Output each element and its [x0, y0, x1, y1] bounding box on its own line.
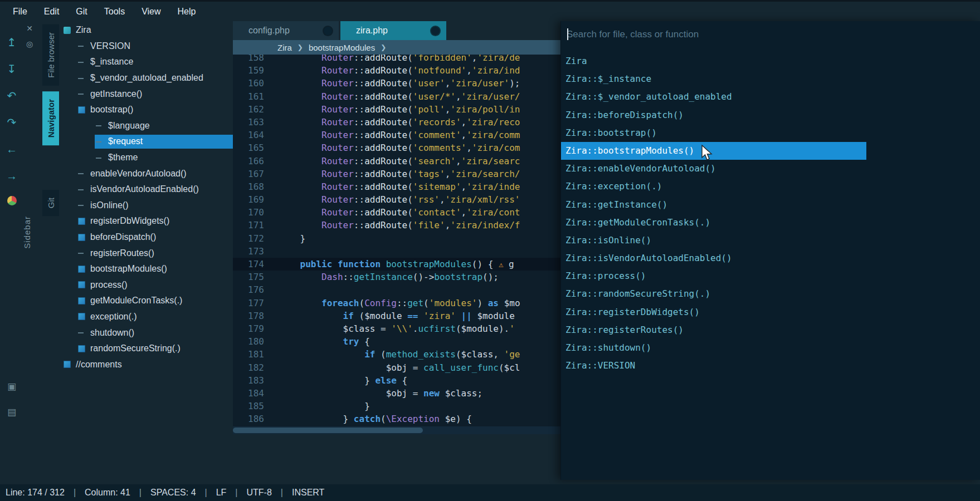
search-result-item[interactable]: Zira::exception(.): [561, 178, 866, 195]
code-line[interactable]: 174 public function bootstrapModules() {…: [233, 258, 560, 271]
menu-item-tools[interactable]: Tools: [96, 2, 133, 21]
navigate-forward-icon[interactable]: →: [5, 169, 18, 183]
menu-item-view[interactable]: View: [133, 2, 169, 21]
sidebar-tab-file-browser[interactable]: File browser: [42, 24, 59, 86]
search-result-item[interactable]: Zira::enableVendorAutoload(): [561, 160, 866, 178]
close-tab-icon[interactable]: [324, 27, 332, 35]
code-line[interactable]: 173: [233, 245, 560, 258]
sidebar-tab-navigator[interactable]: Navigator: [42, 91, 59, 145]
sidebar-tab-git[interactable]: Git: [42, 190, 59, 216]
search-result-item[interactable]: Zira::isVendorAutoloadEnabled(): [561, 249, 866, 267]
code-line[interactable]: 169 Router::addRoute('rss','zira/xml/rss…: [233, 193, 560, 206]
code-line[interactable]: 181 if (method_exists($class, 'ge: [233, 348, 560, 361]
code-line[interactable]: 185 }: [233, 400, 560, 412]
search-result-item[interactable]: Zira::registerDbWidgets(): [561, 303, 866, 321]
tree-item-registerroutes[interactable]: registerRoutes(): [60, 245, 233, 261]
code-line[interactable]: 158 Router::addRoute('forbidden','zira/d…: [233, 55, 560, 64]
search-result-item[interactable]: Zira::registerRoutes(): [561, 321, 866, 339]
editor-tab-zira-php[interactable]: zira.php: [340, 21, 446, 40]
code-line[interactable]: 170 Router::addRoute('contact','zira/con…: [233, 206, 560, 219]
search-result-item[interactable]: Zira::getInstance(): [561, 196, 866, 214]
navigate-back-icon[interactable]: ←: [5, 143, 18, 156]
breadcrumb: Zira❯bootstrapModules❯: [233, 40, 560, 55]
code-line[interactable]: 164 Router::addRoute('comment','zira/com…: [233, 129, 560, 141]
tree-item-beforedispatch[interactable]: beforeDispatch(): [60, 229, 233, 245]
menu-item-help[interactable]: Help: [169, 2, 204, 21]
save-icon[interactable]: ↥: [5, 36, 18, 49]
color-chooser-icon[interactable]: [7, 196, 17, 205]
tree-item-bootstrapmodules[interactable]: bootstrapModules(): [60, 261, 233, 277]
code-line[interactable]: 159 Router::addRoute('notfound','zira/in…: [233, 64, 560, 77]
tree-item-language[interactable]: $language: [60, 118, 233, 134]
search-result-item[interactable]: Zira::VERSION: [561, 357, 866, 375]
tree-item-vendor-autoload-enabled[interactable]: $_vendor_autoload_enabled: [60, 70, 233, 86]
search-result-item[interactable]: Zira::bootstrap(): [561, 124, 866, 142]
terminal-icon[interactable]: ▣: [5, 380, 18, 393]
menu-item-file[interactable]: File: [4, 2, 36, 21]
search-result-item[interactable]: Zira::randomSecureString(.): [561, 285, 866, 303]
code-line[interactable]: 178 if ($module == 'zira' || $module: [233, 310, 560, 322]
code-line[interactable]: 162 Router::addRoute('poll','zira/poll/i…: [233, 103, 560, 116]
code-line[interactable]: 175 Dash::getInstance()->bootstrap();: [233, 271, 560, 283]
tree-item-shutdown[interactable]: shutdown(): [60, 325, 233, 341]
tree-item-theme[interactable]: $theme: [60, 150, 233, 166]
editor-tab-config-php[interactable]: config.php: [233, 21, 339, 40]
search-input[interactable]: [567, 29, 958, 40]
search-result-item[interactable]: Zira::beforeDispatch(): [561, 106, 866, 124]
code-line[interactable]: 182 $obj = call_user_func($cl: [233, 361, 560, 374]
status-item-4: UTF-8: [247, 488, 272, 498]
code-line[interactable]: 163 Router::addRoute('records','zira/rec…: [233, 116, 560, 129]
code-line[interactable]: 165 Router::addRoute('comments','zira/co…: [233, 141, 560, 154]
tree-item-isvendorautoloadenabled[interactable]: isVendorAutoloadEnabled(): [60, 181, 233, 198]
tree-item-registerdbwidgets[interactable]: registerDbWidgets(): [60, 213, 233, 229]
search-result-item[interactable]: Zira::$_instance: [561, 70, 866, 88]
code-line[interactable]: 168 Router::addRoute('sitemap','zira/ind…: [233, 180, 560, 193]
code-line[interactable]: 172 }: [233, 232, 560, 245]
close-sidebar-icon[interactable]: ✕: [25, 23, 35, 33]
undo-icon[interactable]: ↶: [5, 89, 18, 102]
tree-item-zira[interactable]: Zira: [60, 22, 233, 38]
code-line[interactable]: 171 Router::addRoute('file','zira/index/…: [233, 219, 560, 232]
menu-item-edit[interactable]: Edit: [36, 2, 68, 21]
code-line[interactable]: 184 $obj = new $class;: [233, 387, 560, 400]
code-line[interactable]: 177 foreach(Config::get('modules') as $m…: [233, 297, 560, 310]
search-result-item[interactable]: Zira::process(): [561, 267, 866, 285]
search-result-item[interactable]: Zira::$_vendor_autoload_enabled: [561, 88, 866, 106]
horizontal-scrollbar[interactable]: [233, 426, 560, 434]
code-line[interactable]: 160 Router::addRoute('user','zira/user')…: [233, 77, 560, 90]
tree-item-comments[interactable]: //comments: [60, 356, 233, 372]
code-line[interactable]: 167 Router::addRoute('tags','zira/search…: [233, 168, 560, 180]
tree-item-randomsecurestring[interactable]: randomSecureString(.): [60, 341, 233, 357]
tree-item-exception[interactable]: exception(.): [60, 309, 233, 325]
tree-item-instance[interactable]: $_instance: [60, 54, 233, 70]
messages-icon[interactable]: ▤: [5, 405, 18, 419]
tree-item-isonline[interactable]: isOnline(): [60, 198, 233, 214]
code-line[interactable]: 186 } catch(\Exception $e) {: [233, 412, 560, 425]
tree-item-enablevendorautoload[interactable]: enableVendorAutoload(): [60, 165, 233, 181]
detach-sidebar-icon[interactable]: ◎: [25, 39, 35, 49]
redo-icon[interactable]: ↷: [5, 116, 18, 129]
tree-item-getinstance[interactable]: getInstance(): [60, 86, 233, 102]
tree-item-version[interactable]: VERSION: [60, 38, 233, 55]
code-line[interactable]: 166 Router::addRoute('search','zira/sear…: [233, 155, 560, 168]
symbol-icon: [78, 345, 85, 352]
search-result-item[interactable]: Zira::isOnline(): [561, 232, 866, 249]
code-line[interactable]: 179 $class = '\\'.ucfirst($module).': [233, 322, 560, 335]
search-result-item[interactable]: Zira::getModuleCronTasks(.): [561, 214, 866, 232]
close-tab-icon[interactable]: [431, 27, 440, 35]
code-area[interactable]: 158 Router::addRoute('forbidden','zira/d…: [233, 55, 560, 426]
search-result-item[interactable]: Zira::shutdown(): [561, 339, 866, 357]
tree-item-request[interactable]: $request: [60, 134, 233, 150]
code-line[interactable]: 180 try {: [233, 335, 560, 348]
open-icon[interactable]: ↧: [5, 62, 18, 76]
code-line[interactable]: 176: [233, 283, 560, 296]
breadcrumb-segment: Zira: [277, 43, 292, 52]
scrollbar-thumb[interactable]: [233, 428, 423, 433]
search-result-item[interactable]: Zira: [561, 52, 866, 70]
tree-item-getmodulecrontasks[interactable]: getModuleCronTasks(.): [60, 293, 233, 309]
tree-item-bootstrap[interactable]: bootstrap(): [60, 102, 233, 118]
code-line[interactable]: 161 Router::addRoute('user/*','zira/user…: [233, 90, 560, 103]
tree-item-process[interactable]: process(): [60, 277, 233, 293]
code-line[interactable]: 183 } else {: [233, 374, 560, 387]
menu-item-git[interactable]: Git: [67, 2, 95, 21]
